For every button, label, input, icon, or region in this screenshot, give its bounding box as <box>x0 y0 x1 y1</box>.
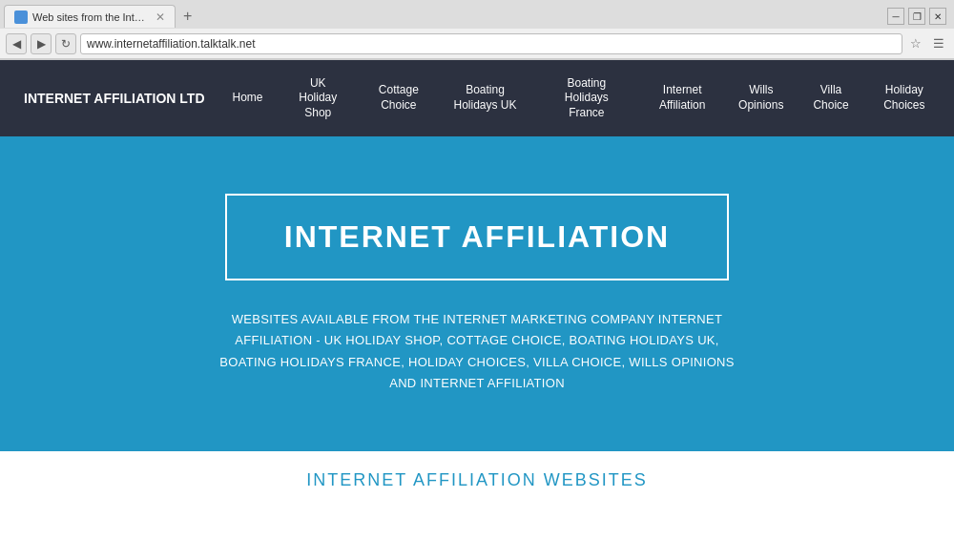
nav-item-boating-holidays-france[interactable]: Boating Holidays France <box>532 60 640 136</box>
nav-item-home[interactable]: Home <box>219 60 277 136</box>
nav-items: Home UK Holiday Shop Cottage Choice Boat… <box>219 60 945 136</box>
tab-label: Web sites from the Intern... <box>32 11 150 23</box>
window-controls: ─ ❐ ✕ <box>887 8 950 25</box>
website-content: INTERNET AFFILIATION LTD Home UK Holiday… <box>0 60 954 509</box>
bookmark-icon[interactable]: ☆ <box>906 34 925 53</box>
hero-title: INTERNET AFFILIATION <box>284 219 670 255</box>
new-tab-button[interactable]: + <box>176 5 199 28</box>
tab-bar: Web sites from the Intern... ✕ + ─ ❐ ✕ <box>0 0 954 29</box>
nav-item-villa-choice[interactable]: Villa Choice <box>798 60 864 136</box>
browser-tab[interactable]: Web sites from the Intern... ✕ <box>4 5 176 28</box>
close-button[interactable]: ✕ <box>929 8 946 25</box>
hero-box: INTERNET AFFILIATION <box>225 194 729 280</box>
back-button[interactable]: ◀ <box>6 33 27 54</box>
restore-button[interactable]: ❐ <box>908 8 925 25</box>
bottom-title: INTERNET AFFILIATION WEBSITES <box>306 470 647 490</box>
address-input[interactable] <box>80 33 902 54</box>
minimize-button[interactable]: ─ <box>887 8 904 25</box>
nav-item-boating-holidays-uk[interactable]: Boating Holidays UK <box>438 60 533 136</box>
hero-section: INTERNET AFFILIATION WEBSITES AVAILABLE … <box>0 136 954 451</box>
nav-item-holiday-choices[interactable]: Holiday Choices <box>864 60 944 136</box>
menu-icon[interactable]: ☰ <box>929 34 948 53</box>
address-bar: ◀ ▶ ↻ ☆ ☰ <box>0 29 954 59</box>
nav-item-internet-affiliation[interactable]: Internet Affiliation <box>640 60 724 136</box>
tab-close-icon[interactable]: ✕ <box>156 10 165 24</box>
forward-button[interactable]: ▶ <box>31 33 52 54</box>
site-navigation: INTERNET AFFILIATION LTD Home UK Holiday… <box>0 60 954 136</box>
hero-description: WEBSITES AVAILABLE FROM THE INTERNET MAR… <box>210 309 744 393</box>
nav-item-wills-opinions[interactable]: Wills Opinions <box>724 60 798 136</box>
site-logo: INTERNET AFFILIATION LTD <box>10 60 219 136</box>
refresh-button[interactable]: ↻ <box>55 33 76 54</box>
bottom-section: INTERNET AFFILIATION WEBSITES <box>0 451 954 509</box>
nav-item-uk-holiday-shop[interactable]: UK Holiday Shop <box>277 60 360 136</box>
address-icons: ☆ ☰ <box>906 34 948 53</box>
browser-chrome: Web sites from the Intern... ✕ + ─ ❐ ✕ ◀… <box>0 0 954 60</box>
nav-item-cottage-choice[interactable]: Cottage Choice <box>360 60 438 136</box>
tab-favicon <box>14 10 28 24</box>
